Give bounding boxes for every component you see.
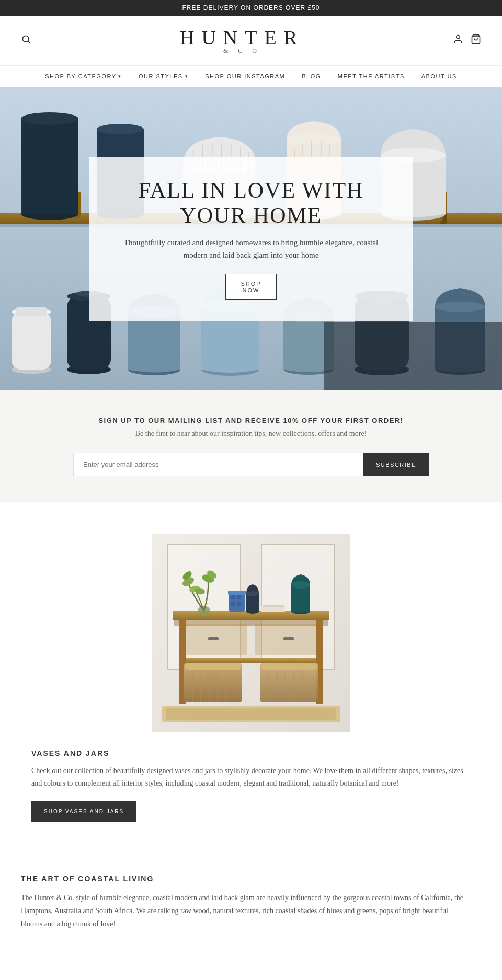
svg-rect-37 — [16, 307, 47, 316]
svg-rect-79 — [261, 663, 317, 670]
hero-content: FALL IN LOVE WITH YOUR HOME Thoughtfully… — [89, 157, 413, 321]
chevron-down-icon: ▾ — [185, 74, 189, 79]
svg-rect-99 — [231, 602, 235, 606]
hero-shop-now-button[interactable]: SHOPNOW — [225, 274, 276, 300]
nav-shop-instagram-label: SHOP OUR INSTAGRAM — [205, 73, 285, 79]
svg-point-0 — [22, 36, 29, 42]
mailing-subtitle: Be the first to hear about our inspirati… — [21, 430, 481, 438]
product-title: VASES AND JARS — [31, 749, 471, 757]
hero-section: FALL IN LOVE WITH YOUR HOME Thoughtfully… — [0, 87, 502, 390]
svg-point-52 — [435, 302, 485, 312]
nav-shop-instagram[interactable]: SHOP OUR INSTAGRAM — [205, 73, 285, 79]
nav-our-styles-label: OUR STYLES — [139, 73, 183, 79]
coastal-title: THE ART OF COASTAL LIVING — [21, 874, 481, 883]
subscribe-button[interactable]: SUBSCRIBE — [363, 453, 429, 476]
nav-about-us-label: ABOUT US — [421, 73, 457, 79]
console-table-illustration — [152, 534, 350, 732]
nav-shop-by-category[interactable]: SHOP BY CATEGORY ▾ — [45, 73, 122, 79]
account-icon — [453, 34, 463, 44]
logo-main-text: HUNTER — [31, 26, 453, 49]
hero-title: FALL IN LOVE WITH YOUR HOME — [120, 178, 382, 228]
svg-rect-96 — [228, 591, 246, 595]
mailing-title: SIGN UP TO OUR MAILING LIST AND RECEIVE … — [21, 417, 481, 424]
svg-rect-104 — [263, 605, 284, 607]
svg-point-12 — [21, 112, 78, 125]
mailing-section: SIGN UP TO OUR MAILING LIST AND RECEIVE … — [0, 390, 502, 502]
product-info: VASES AND JARS Check out our collection … — [21, 749, 481, 822]
svg-point-102 — [246, 591, 259, 596]
top-banner: FREE DELIVERY ON ORDERS OVER £50 — [0, 0, 502, 16]
product-image — [152, 534, 350, 732]
coastal-description: The Hunter & Co. style of humble eleganc… — [21, 891, 471, 931]
nav-meet-artists-label: MEET THE ARTISTS — [338, 73, 405, 79]
product-image-container — [21, 534, 481, 732]
product-section: VASES AND JARS Check out our collection … — [0, 502, 502, 843]
nav-about-us[interactable]: ABOUT US — [421, 73, 457, 79]
svg-point-106 — [291, 581, 310, 589]
hero-subtitle: Thoughtfully curated and designed homewa… — [120, 236, 382, 261]
header-left-icons — [21, 34, 31, 47]
chevron-down-icon: ▾ — [118, 74, 122, 79]
svg-rect-97 — [231, 595, 235, 599]
svg-point-15 — [97, 124, 144, 134]
nav-blog-label: BLOG — [302, 73, 321, 79]
top-banner-text: FREE DELIVERY ON ORDERS OVER £50 — [182, 4, 320, 11]
svg-point-26 — [287, 134, 341, 145]
svg-rect-69 — [185, 663, 241, 670]
svg-rect-98 — [237, 595, 241, 599]
mailing-form: SUBSCRIBE — [73, 453, 429, 476]
svg-rect-58 — [166, 708, 336, 720]
account-button[interactable] — [453, 34, 463, 47]
svg-rect-63 — [208, 637, 219, 640]
svg-rect-11 — [21, 119, 78, 214]
product-description: Check out our collection of beautifully … — [31, 765, 471, 790]
email-input[interactable] — [73, 453, 363, 476]
cart-icon — [471, 34, 481, 44]
svg-rect-100 — [237, 602, 241, 606]
svg-rect-35 — [12, 312, 51, 370]
header-right-icons — [453, 34, 481, 47]
coastal-section: THE ART OF COASTAL LIVING The Hunter & C… — [0, 843, 502, 962]
svg-rect-53 — [324, 322, 502, 390]
nav-blog[interactable]: BLOG — [302, 73, 321, 79]
svg-line-1 — [28, 41, 31, 44]
cart-button[interactable] — [471, 34, 481, 47]
main-nav: SHOP BY CATEGORY ▾ OUR STYLES ▾ SHOP OUR… — [0, 66, 502, 87]
nav-meet-the-artists[interactable]: MEET THE ARTISTS — [338, 73, 405, 79]
site-header: HUNTER & C O — [0, 16, 502, 66]
nav-shop-by-category-label: SHOP BY CATEGORY — [45, 73, 116, 79]
nav-our-styles[interactable]: OUR STYLES ▾ — [139, 73, 188, 79]
site-logo[interactable]: HUNTER & C O — [31, 26, 453, 55]
search-button[interactable] — [21, 34, 31, 47]
search-icon — [21, 34, 31, 44]
svg-rect-64 — [283, 637, 294, 640]
shop-vases-jars-button[interactable]: SHOP VASES AND JARS — [31, 801, 136, 822]
svg-rect-65 — [179, 658, 323, 663]
logo-sub-text: & C O — [31, 47, 453, 55]
svg-point-2 — [457, 36, 460, 39]
